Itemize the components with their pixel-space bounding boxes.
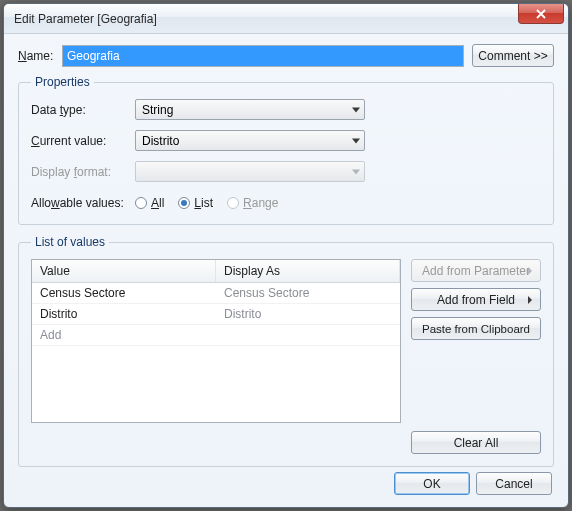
current-value-label: Current value: bbox=[31, 134, 135, 148]
properties-legend: Properties bbox=[31, 75, 94, 89]
dialog-footer: OK Cancel bbox=[394, 472, 552, 495]
table-header: Value Display As bbox=[32, 260, 400, 283]
col-value[interactable]: Value bbox=[32, 260, 216, 282]
current-value-text: Distrito bbox=[142, 134, 179, 148]
radio-list[interactable]: List bbox=[178, 196, 213, 210]
cancel-button[interactable]: Cancel bbox=[476, 472, 552, 495]
col-display[interactable]: Display As bbox=[216, 260, 400, 282]
data-type-label: Data type: bbox=[31, 103, 135, 117]
radio-range: Range bbox=[227, 196, 278, 210]
data-type-row: Data type: String bbox=[31, 99, 541, 120]
cell-add: Add bbox=[32, 325, 216, 345]
current-value-row: Current value: Distrito bbox=[31, 130, 541, 151]
chevron-down-icon bbox=[352, 169, 360, 174]
radio-icon bbox=[135, 197, 147, 209]
edit-parameter-dialog: Edit Parameter [Geografia] Name: Comment… bbox=[3, 3, 569, 508]
table-row-add[interactable]: Add bbox=[32, 325, 400, 346]
data-type-combo[interactable]: String bbox=[135, 99, 365, 120]
data-type-value: String bbox=[142, 103, 173, 117]
allowable-radios: All List Range bbox=[135, 196, 278, 210]
radio-icon bbox=[178, 197, 190, 209]
cell-value: Census Sectore bbox=[32, 283, 216, 303]
allowable-label: Allowable values: bbox=[31, 196, 135, 210]
side-buttons: Add from Parameter Add from Field Paste … bbox=[411, 259, 541, 423]
name-input[interactable] bbox=[62, 45, 464, 67]
radio-all-label: All bbox=[151, 196, 164, 210]
radio-range-label: Range bbox=[243, 196, 278, 210]
current-value-combo[interactable]: Distrito bbox=[135, 130, 365, 151]
window-title: Edit Parameter [Geografia] bbox=[14, 12, 157, 26]
clear-all-wrap: Clear All bbox=[31, 431, 541, 454]
name-label: Name: bbox=[18, 49, 62, 63]
chevron-right-icon bbox=[528, 267, 532, 275]
table-row[interactable]: Census Sectore Census Sectore bbox=[32, 283, 400, 304]
properties-group: Properties Data type: String Current val… bbox=[18, 75, 554, 225]
cell-empty bbox=[216, 325, 400, 345]
list-of-values-legend: List of values bbox=[31, 235, 109, 249]
btn-label: Add from Parameter bbox=[422, 264, 530, 278]
table-row[interactable]: Distrito Distrito bbox=[32, 304, 400, 325]
name-row: Name: Comment >> bbox=[18, 44, 554, 67]
allowable-row: Allowable values: All List Range bbox=[31, 196, 541, 210]
close-icon bbox=[536, 9, 546, 19]
btn-label: Add from Field bbox=[437, 293, 515, 307]
add-from-field-button[interactable]: Add from Field bbox=[411, 288, 541, 311]
dialog-content: Name: Comment >> Properties Data type: S… bbox=[4, 34, 568, 489]
close-button[interactable] bbox=[518, 4, 564, 24]
cell-display: Census Sectore bbox=[216, 283, 400, 303]
cell-value: Distrito bbox=[32, 304, 216, 324]
chevron-down-icon bbox=[352, 138, 360, 143]
radio-all[interactable]: All bbox=[135, 196, 164, 210]
display-format-combo bbox=[135, 161, 365, 182]
paste-from-clipboard-button[interactable]: Paste from Clipboard bbox=[411, 317, 541, 340]
radio-list-label: List bbox=[194, 196, 213, 210]
table-area: Value Display As Census Sectore Census S… bbox=[31, 259, 541, 423]
list-of-values-group: List of values Value Display As Census S… bbox=[18, 235, 554, 467]
values-table[interactable]: Value Display As Census Sectore Census S… bbox=[31, 259, 401, 423]
ok-button[interactable]: OK bbox=[394, 472, 470, 495]
chevron-right-icon bbox=[528, 296, 532, 304]
display-format-label: Display format: bbox=[31, 165, 135, 179]
clear-all-button[interactable]: Clear All bbox=[411, 431, 541, 454]
radio-icon bbox=[227, 197, 239, 209]
add-from-parameter-button: Add from Parameter bbox=[411, 259, 541, 282]
titlebar: Edit Parameter [Geografia] bbox=[4, 4, 568, 34]
chevron-down-icon bbox=[352, 107, 360, 112]
comment-button[interactable]: Comment >> bbox=[472, 44, 554, 67]
display-format-row: Display format: bbox=[31, 161, 541, 182]
cell-display: Distrito bbox=[216, 304, 400, 324]
